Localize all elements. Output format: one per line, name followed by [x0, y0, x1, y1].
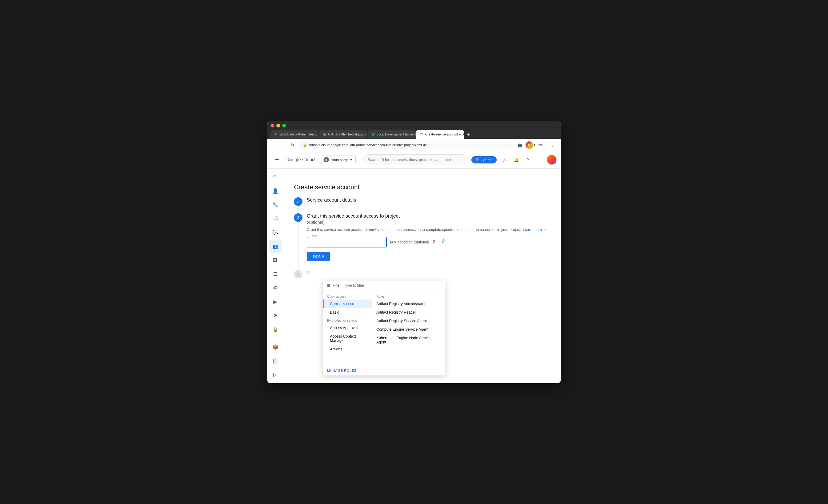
- clipboard-icon: 📋: [272, 358, 278, 364]
- browser-window: ⚙ Workloads – Kubernetes Engi… ✕ 🐙 GitHu…: [267, 121, 561, 383]
- tab-favicon-create-sa: 🛡: [420, 132, 424, 136]
- minimize-button[interactable]: [276, 124, 280, 127]
- guest-info: G Guest (2): [526, 141, 547, 149]
- sidebar-item-keys[interactable]: 🔧: [269, 198, 282, 211]
- sidebar-item-artifact[interactable]: 📦: [269, 340, 282, 353]
- page-title: Create service account: [294, 183, 550, 191]
- help-icon[interactable]: ?: [523, 155, 533, 165]
- nav-buttons: ← → ↻: [272, 141, 296, 149]
- tab-label-create-sa: Create service account – IAM…: [425, 132, 464, 136]
- step-3-number: 3: [297, 272, 299, 276]
- back-arrow-icon: ←: [294, 175, 298, 179]
- menu-icon[interactable]: ⋮: [549, 141, 556, 149]
- terminal-icon[interactable]: ▷: [500, 155, 509, 165]
- role-artifact-admin[interactable]: Artifact Registry Administrator: [372, 299, 446, 308]
- sidebar-item-docs2[interactable]: 📋: [269, 354, 282, 367]
- dropdown-item-currently-used[interactable]: Currently used: [323, 299, 372, 308]
- search-bar-placeholder: Search (/) for resources, docs, products…: [368, 158, 451, 162]
- dropdown-item-basic[interactable]: Basic: [323, 308, 372, 317]
- sidebar-item-list[interactable]: ☰: [269, 268, 282, 281]
- app-content: ☰ Google Cloud ◉ cloud-surge ▾ Search (/…: [267, 152, 561, 383]
- role-dropdown: ⊟ Filter Quick access Currently used: [323, 281, 446, 375]
- tab-label-workloads: Workloads – Kubernetes Engi…: [280, 132, 319, 136]
- doc-icon: 📄: [272, 216, 278, 222]
- tab-workloads[interactable]: ⚙ Workloads – Kubernetes Engi… ✕: [271, 130, 319, 139]
- more-icon[interactable]: ⋮: [535, 155, 545, 165]
- role-input[interactable]: [307, 237, 387, 248]
- search-button-label: Search: [482, 158, 492, 162]
- tab-github[interactable]: 🐙 GitHub - Steinbeck-Lab/clou… ✕: [319, 130, 367, 139]
- tab-local[interactable]: 🌐 Local Development (minikube… ✕: [368, 130, 416, 139]
- step-2-content: Grant this service account access to pro…: [307, 213, 550, 268]
- google-cloud-logo[interactable]: Google Cloud: [285, 157, 315, 163]
- expand-icon: ▷: [274, 372, 277, 378]
- tab-favicon-workloads: ⚙: [274, 132, 278, 136]
- search-button[interactable]: 🔍 Search: [471, 156, 497, 164]
- done-button[interactable]: DONE: [307, 252, 330, 261]
- help-circle-icon[interactable]: ❓: [431, 240, 436, 244]
- delete-role-button[interactable]: 🗑: [439, 237, 449, 246]
- sidebar-item-iam[interactable]: 🛡: [269, 171, 282, 183]
- manage-roles-button[interactable]: MANAGE ROLES: [327, 369, 357, 373]
- project-dropdown-icon: ▾: [350, 158, 352, 162]
- dropdown-item-access-approval[interactable]: Access Approval: [323, 324, 372, 332]
- sidebar-item-images[interactable]: 🖼: [269, 254, 282, 267]
- group-icon: 👥: [272, 244, 278, 249]
- tab-create-sa[interactable]: 🛡 Create service account – IAM… ✕: [416, 130, 464, 139]
- iam-condition: IAM condition (optional) ❓: [390, 237, 436, 248]
- step-3: 3 G: [294, 270, 550, 282]
- sidebar-item-security[interactable]: 🔒: [269, 323, 282, 336]
- top-nav: ☰ Google Cloud ◉ cloud-surge ▾ Search (/…: [267, 152, 561, 169]
- person-icon: 👤: [272, 188, 278, 194]
- hamburger-button[interactable]: ☰: [272, 155, 282, 165]
- search-bar[interactable]: Search (/) for resources, docs, products…: [363, 155, 468, 165]
- step-3-circle: 3: [294, 270, 302, 279]
- back-nav-button[interactable]: ←: [272, 141, 279, 149]
- profile-avatar[interactable]: G: [526, 141, 533, 149]
- main-layout: 🛡 👤 🔧 📄 💬 👥 🖼: [267, 169, 561, 383]
- sidebar-item-users[interactable]: 👤: [269, 184, 282, 197]
- role-artifact-service-agent[interactable]: Artifact Registry Service Agent: [372, 317, 446, 325]
- sidebar-item-chat[interactable]: 💬: [269, 226, 282, 239]
- filter-input[interactable]: [344, 283, 441, 288]
- new-tab-button[interactable]: +: [465, 131, 472, 139]
- settings-icon: ⚙: [273, 313, 278, 319]
- sidebar-item-tags[interactable]: 🏷: [269, 282, 282, 294]
- dropdown-item-access-context-manager[interactable]: Access Context Manager: [323, 332, 372, 345]
- project-selector[interactable]: ◉ cloud-surge ▾: [320, 155, 356, 164]
- url-bar[interactable]: 🔒 console.cloud.google.com/iam-admin/ser…: [299, 141, 512, 149]
- page-content: ← Create service account ✓ S: [283, 169, 561, 383]
- sidebar-item-docs[interactable]: 📄: [269, 212, 282, 225]
- step-2-description: Grant this service account access to nmr…: [307, 227, 550, 233]
- back-button[interactable]: ←: [294, 175, 298, 179]
- step-2-line: [298, 222, 298, 268]
- dropdown-body: Quick access Currently used Basic By pro…: [323, 290, 446, 365]
- close-button[interactable]: [271, 124, 274, 127]
- checkmark-icon: ✓: [297, 200, 300, 204]
- step-3-title: G: [307, 270, 550, 276]
- step-1: ✓ Service account details: [294, 197, 550, 211]
- user-avatar[interactable]: [547, 155, 556, 165]
- learn-more-link[interactable]: Learn more: [523, 227, 542, 232]
- browser-actions: 📺 G Guest (2) ⋮: [516, 141, 556, 149]
- guest-label: Guest (2): [534, 143, 547, 147]
- step-3-content: G: [307, 270, 550, 282]
- forward-nav-button[interactable]: →: [280, 141, 288, 149]
- top-nav-actions: ▷ 🔔 ? ⋮: [500, 155, 556, 165]
- step-2: 2 Grant this service account access to p…: [294, 213, 550, 268]
- notification-icon[interactable]: 🔔: [512, 155, 521, 165]
- sidebar-item-settings[interactable]: ⚙: [269, 309, 282, 322]
- sidebar-item-service-accounts[interactable]: 👥: [269, 240, 282, 253]
- reload-button[interactable]: ↻: [289, 141, 296, 149]
- role-k8s-node-service-agent[interactable]: Kubernetes Engine Node Service Agent: [372, 334, 446, 346]
- dropdown-item-actions[interactable]: Actions: [323, 345, 372, 353]
- role-compute-service-agent[interactable]: Compute Engine Service Agent: [372, 325, 446, 334]
- maximize-button[interactable]: [282, 124, 286, 127]
- filter-icon: ⊟: [327, 283, 330, 288]
- sidebar-item-expand[interactable]: ▷: [269, 368, 282, 381]
- roles-header: Roles: [372, 293, 446, 299]
- address-bar: ← → ↻ 🔒 console.cloud.google.com/iam-adm…: [267, 139, 561, 152]
- sidebar-item-forward[interactable]: ▶: [269, 295, 282, 308]
- cast-icon[interactable]: 📺: [516, 141, 524, 149]
- role-artifact-reader[interactable]: Artifact Registry Reader: [372, 308, 446, 317]
